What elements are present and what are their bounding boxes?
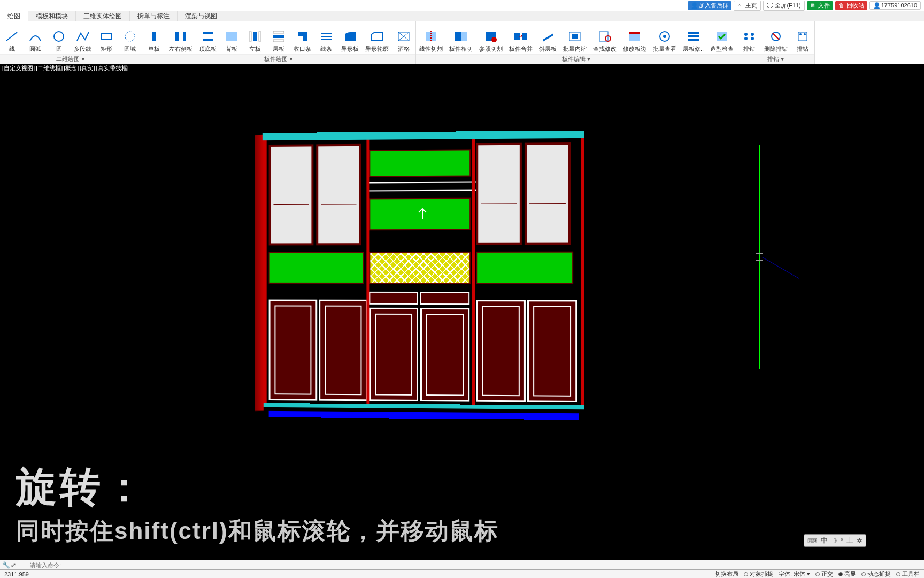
fullscreen-button[interactable]: ⛶全屏(F11) (763, 1, 804, 11)
tool-slant[interactable]: 斜层板 (536, 21, 560, 54)
ime-toolbar[interactable]: ⌨ 中 ☽ ° 丄 ✲ (804, 534, 866, 547)
ribbon-group-edit: 线性切割 板件相切 参照切割 板件合并 斜层板 批量内缩 查找修改 修改板边 批… (416, 21, 737, 64)
svg-rect-5 (175, 32, 179, 41)
svg-point-44 (744, 37, 748, 40)
svg-line-0 (6, 32, 17, 41)
svg-rect-11 (249, 32, 251, 41)
wrench-icon[interactable]: 🔧 (2, 561, 10, 569)
tool-panel-wine[interactable]: 酒格 (392, 21, 415, 54)
command-input[interactable] (28, 562, 922, 568)
ime-moon-icon[interactable]: ☽ (831, 537, 837, 545)
tool-rect[interactable]: 矩形 (95, 21, 118, 54)
tool-modify-edge[interactable]: 修改板边 (620, 21, 650, 54)
panel-trim-icon (294, 29, 311, 44)
tool-panel-irregular[interactable]: 异形板 (338, 21, 362, 54)
tool-line[interactable]: 线 (0, 21, 24, 54)
tool-find-modify[interactable]: 查找修改 (590, 21, 620, 54)
expand-icon[interactable]: ⤢ (11, 561, 18, 569)
tool-panel-trim[interactable]: 收口条 (290, 21, 314, 54)
ime-lang[interactable]: 中 (821, 536, 828, 545)
ribbon-group-title-2d[interactable]: 二维绘图▼ (0, 54, 142, 64)
svg-rect-25 (461, 32, 467, 41)
cabinet-model[interactable] (264, 133, 584, 414)
menu-tabs: 绘图 模板和模块 三维实体绘图 拆单与标注 渲染与视图 (0, 11, 924, 21)
tool-panel-topbottom[interactable]: 顶底板 (196, 21, 220, 54)
ribbon-group-title-drill[interactable]: 排钻▼ (737, 54, 814, 64)
tool-merge[interactable]: 板件合并 (506, 21, 536, 54)
status-highlight[interactable]: 亮显 (838, 570, 856, 578)
recycle-button[interactable]: 🗑回收站 (835, 1, 867, 10)
tool-shelf-modify[interactable]: 层板修.. (680, 21, 707, 54)
tool-panel-back[interactable]: 背板 (220, 21, 243, 54)
status-toolbar[interactable]: 工具栏 (896, 570, 920, 578)
tool-region[interactable]: 圆域 (118, 21, 142, 54)
recycle-icon: 🗑 (838, 2, 845, 9)
tool-drill[interactable]: 排钻 (737, 21, 761, 54)
tool-panel-shelf[interactable]: 层板 (267, 21, 290, 54)
tab-render[interactable]: 渲染与视图 (178, 11, 225, 21)
svg-point-49 (799, 33, 802, 35)
viewport[interactable]: [自定义视图][二维线框][概念][真实][真实带线框] (0, 64, 924, 561)
tool-batch-view[interactable]: 批量查看 (650, 21, 680, 54)
svg-point-50 (804, 33, 806, 35)
batch-view-icon (656, 29, 673, 44)
ime-keyboard-icon[interactable]: ⌨ (807, 537, 818, 545)
svg-point-27 (491, 37, 497, 42)
chevron-down-icon: ▼ (81, 57, 86, 62)
ribbon-group-title-edit[interactable]: 板件编辑▼ (416, 54, 737, 64)
user-button[interactable]: 👤17759102610 (869, 1, 921, 10)
svg-rect-35 (629, 32, 640, 34)
linear-cut-icon (422, 29, 440, 44)
circle-icon (50, 29, 67, 44)
tool-batch-shrink[interactable]: 批量内缩 (560, 21, 590, 54)
status-dynsnap[interactable]: 动态捕捉 (861, 570, 891, 578)
ime-gear-icon[interactable]: ✲ (857, 537, 863, 545)
file-button[interactable]: 🗎文件 (807, 1, 833, 10)
svg-rect-39 (688, 35, 699, 37)
tool-panel-outline[interactable]: 异形轮廓 (362, 21, 392, 54)
tab-split[interactable]: 拆单与标注 (130, 11, 178, 21)
command-line[interactable]: 🔧 ⤢ ≣ (0, 560, 924, 569)
chevron-down-icon: ▼ (587, 57, 591, 62)
tool-panel-side[interactable]: 左右侧板 (166, 21, 196, 54)
svg-rect-10 (253, 32, 257, 41)
tool-circle[interactable]: 圆 (47, 21, 71, 54)
tool-tangent[interactable]: 板件相切 (446, 21, 476, 54)
tool-delete-drill[interactable]: 删除排钻 (761, 21, 791, 54)
tool-shape-check[interactable]: 造型检查 (707, 21, 737, 54)
list-icon[interactable]: ≣ (19, 561, 27, 569)
status-osnap[interactable]: 对象捕捉 (744, 570, 773, 578)
shape-check-icon (713, 29, 730, 44)
home-button[interactable]: ⌂主页 (734, 1, 761, 11)
status-ortho[interactable]: 正交 (815, 570, 833, 578)
svg-line-47 (773, 33, 779, 40)
panel-vertical-icon (247, 29, 264, 44)
tool-linear-cut[interactable]: 线性切割 (416, 21, 446, 54)
merge-icon (512, 29, 529, 44)
svg-rect-28 (514, 33, 520, 40)
tool-panel-vertical[interactable]: 立板 (243, 21, 267, 54)
tab-3d[interactable]: 三维实体绘图 (76, 11, 130, 21)
tool-panel-single[interactable]: 单板 (142, 21, 166, 54)
ime-punct[interactable]: ° (841, 537, 843, 545)
tool-arc[interactable]: 圆弧 (24, 21, 47, 54)
svg-rect-40 (688, 39, 699, 41)
svg-point-42 (744, 33, 748, 36)
tab-template[interactable]: 模板和模块 (28, 11, 76, 21)
tool-drill2[interactable]: 排钻 (791, 21, 814, 54)
panel-back-icon (223, 29, 240, 44)
ribbon-group-title-panel[interactable]: 板件绘图▼ (142, 54, 415, 64)
view-mode-tabs[interactable]: [自定义视图][二维线框][概念][真实][真实带线框] (2, 64, 130, 72)
ribbon: 线 圆弧 圆 多段线 矩形 圆域 二维绘图▼ 单板 左右侧板 顶底板 背板 立板… (0, 21, 924, 64)
svg-point-43 (751, 33, 754, 36)
panel-shelf-icon (270, 29, 287, 44)
tool-ref-cut[interactable]: 参照切割 (476, 21, 506, 54)
tab-draw[interactable]: 绘图 (0, 11, 28, 21)
ime-sep[interactable]: 丄 (846, 536, 853, 545)
status-layout[interactable]: 切换布局 (715, 570, 738, 578)
tool-polyline[interactable]: 多段线 (71, 21, 95, 54)
tool-panel-lines[interactable]: 线条 (314, 21, 338, 54)
join-group-button[interactable]: 👤加入售后群 (688, 1, 732, 10)
status-font[interactable]: 字体:宋体▾ (779, 570, 810, 578)
panel-wine-icon (395, 29, 412, 44)
